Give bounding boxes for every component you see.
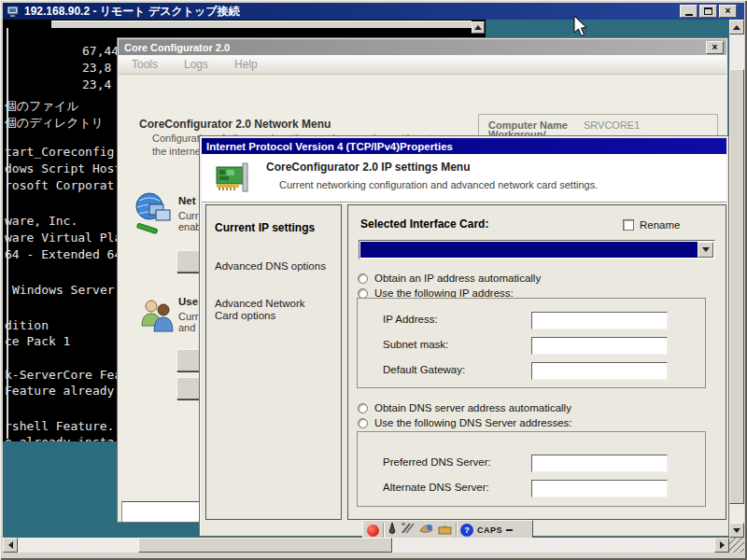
ip-address-label: IP Address: [383, 314, 438, 325]
mouse-cursor [573, 15, 590, 43]
ime-separator [383, 523, 384, 538]
menu-tools[interactable]: Tools [119, 58, 171, 71]
radio-use-following-dns[interactable] [358, 418, 368, 428]
ime-separator [456, 523, 457, 538]
dialog-title-text: Internet Protocol Version 4 (TCP/IPv4)Pr… [206, 141, 453, 152]
terminal-line: 23,4 [82, 77, 111, 91]
rdp-titlebar[interactable]: 192.168.90.2 - リモート デスクトップ接続 × [3, 3, 744, 20]
log-output-box [121, 501, 200, 523]
terminal-line: dows Script Host [5, 161, 121, 175]
users-section-line1: Curr [178, 311, 198, 322]
combobox-dropdown-button[interactable] [698, 242, 713, 258]
network-menu-title: CoreConfigurator 2.0 Network Menu [139, 118, 331, 131]
ime-help-icon[interactable]: ? [460, 524, 473, 537]
ime-mode-icon[interactable] [367, 525, 379, 537]
alternate-dns-label: Alternate DNS Server: [383, 482, 489, 493]
menu-help[interactable]: Help [221, 58, 271, 71]
default-gateway-label: Default Gateway: [383, 364, 465, 375]
scroll-left-icon [8, 541, 13, 549]
ime-toolbox-icon[interactable] [438, 522, 452, 539]
terminal-line: Windows Server [12, 283, 115, 297]
scroll-down-icon [733, 528, 740, 533]
dialog-sidebar: Current IP settings Advanced DNS options… [205, 204, 342, 520]
sidebar-item-advanced-dns[interactable]: Advanced DNS options [215, 260, 326, 272]
core-configurator-titlebar[interactable]: Core Configurator 2.0 × [119, 39, 726, 55]
menu-logs[interactable]: Logs [171, 58, 221, 71]
scroll-up-icon [474, 25, 482, 30]
radio-use-following-dns-label: Use the following DNS Server addresses: [374, 417, 572, 428]
ime-pen-icon[interactable] [388, 522, 397, 539]
rename-checkbox-label: Rename [640, 219, 680, 231]
rdp-close-button[interactable]: × [719, 5, 737, 18]
resize-grip[interactable] [729, 538, 744, 553]
default-gateway-input[interactable] [531, 362, 668, 380]
scroll-up-icon [733, 25, 740, 30]
core-configurator-close-button[interactable]: × [706, 41, 724, 54]
horizontal-scrollbar-thumb[interactable] [138, 538, 392, 553]
users-icon [139, 298, 176, 343]
terminal-line: 64 - Extended 64 [5, 247, 121, 261]
ime-palette-icon[interactable] [419, 522, 434, 539]
terminal-line: Feature already [5, 384, 114, 398]
terminal-line: rshell Feature. [5, 419, 114, 433]
rdp-title-text: 192.168.90.2 - リモート デスクトップ接続 [24, 4, 240, 20]
terminal-scroll-up-button[interactable] [472, 21, 485, 34]
terminal-titlebar-sliver [51, 21, 472, 28]
network-globe-icon [134, 191, 174, 240]
scroll-right-icon [720, 541, 725, 549]
interface-card-combobox-value [360, 242, 698, 258]
rdp-window: 192.168.90.2 - リモート デスクトップ接続 × 67,449 Up… [0, 0, 747, 560]
radio-obtain-dns-auto[interactable] [358, 403, 368, 413]
scroll-up-button[interactable] [729, 20, 744, 35]
network-card-icon [215, 161, 250, 199]
ime-caps-button[interactable]: CAPS [477, 525, 502, 535]
chevron-down-icon [702, 247, 710, 252]
radio-obtain-ip-auto[interactable] [358, 273, 368, 284]
terminal-line: ware, Inc. [5, 214, 78, 228]
sidebar-item-current-ip[interactable]: Current IP settings [215, 221, 315, 234]
interface-card-combobox[interactable] [359, 240, 715, 259]
sidebar-item-advanced-network-card[interactable]: Advanced Network Card options [215, 298, 305, 322]
terminal-line: tart_Coreconfig. [5, 145, 121, 159]
terminal-line: ce Pack 1 [5, 334, 70, 348]
network-section-line2: enab [178, 221, 201, 232]
core-configurator-title-text: Core Configurator 2.0 [124, 42, 230, 53]
preferred-dns-input[interactable] [531, 455, 668, 472]
rdp-vertical-scrollbar[interactable] [729, 20, 744, 538]
ip-address-input[interactable] [531, 312, 668, 329]
subnet-mask-label: Subnet mask: [383, 339, 448, 350]
dialog-titlebar[interactable]: Internet Protocol Version 4 (TCP/IPv4)Pr… [202, 138, 726, 154]
terminal-line: 個のファイル [5, 98, 79, 115]
rdp-minimize-button[interactable] [680, 5, 698, 18]
network-section-line1: Curr [178, 210, 198, 221]
terminal-line: 個のディレクトリ [5, 115, 104, 132]
rdp-maximize-button[interactable] [699, 5, 717, 18]
rename-checkbox[interactable] [623, 219, 634, 231]
users-section-title: Use [178, 296, 198, 307]
terminal-line: dition [5, 318, 49, 332]
maximize-icon [704, 7, 712, 15]
users-section-line2: and [178, 322, 195, 333]
ime-minimize-icon[interactable] [506, 529, 513, 531]
radio-obtain-dns-auto-label: Obtain DNS server address automatically [374, 402, 571, 413]
dialog-separator [202, 202, 726, 203]
terminal-line: rosoft Corporat [5, 178, 114, 192]
vertical-scrollbar-thumb[interactable] [729, 69, 744, 504]
scroll-right-button[interactable] [714, 538, 729, 553]
minimize-icon [685, 14, 693, 16]
core-configurator-menubar: Tools Logs Help [119, 55, 726, 75]
terminal-line: k-ServerCore Fea [5, 368, 121, 382]
preferred-dns-label: Preferred DNS Server: [383, 456, 491, 468]
scroll-down-button[interactable] [729, 523, 744, 538]
scroll-left-button[interactable] [3, 538, 18, 553]
subnet-mask-input[interactable] [531, 337, 668, 355]
terminal-line: 23,8 [82, 61, 111, 75]
selected-interface-label: Selected Interface Card: [360, 217, 488, 231]
tcpip-properties-dialog: Internet Protocol Version 4 (TCP/IPv4)Pr… [199, 135, 729, 537]
ime-tools-icon[interactable] [401, 522, 416, 539]
terminal-line: e already insta [5, 435, 114, 441]
rdp-app-icon [7, 5, 20, 18]
alternate-dns-input[interactable] [531, 480, 668, 497]
rdp-horizontal-scrollbar[interactable] [3, 538, 729, 553]
radio-obtain-ip-auto-label: Obtain an IP address automatically [374, 273, 541, 284]
